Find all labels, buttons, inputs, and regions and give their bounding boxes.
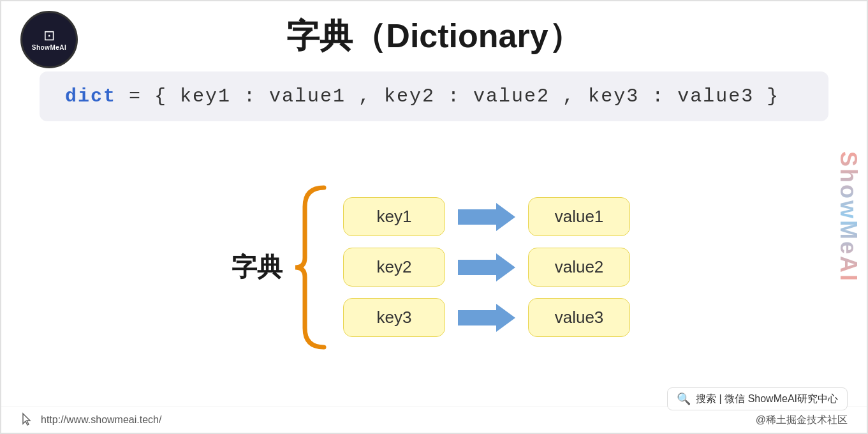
logo-area: ⊡ ShowMeAI [20,11,78,68]
bottom-bar: http://www.showmeai.tech/ @稀土掘金技术社区 [1,407,867,433]
diagram-area: 字典 key1 value1 key2 value2 [1,128,867,407]
code-block: dict = { key1 : value1 , key2 : value2 ,… [40,71,828,121]
key-box-1: key1 [343,197,445,236]
footer-credit: @稀土掘金技术社区 [756,414,848,427]
logo-text: ShowMeAI [32,44,67,51]
arrow-icon-3 [458,303,515,333]
footer-url: http://www.showmeai.tech/ [41,414,161,426]
svg-marker-2 [458,304,515,332]
kv-pairs: key1 value1 key2 value2 key3 value [343,197,630,337]
code-keyword: dict [65,86,116,107]
logo-circle: ⊡ ShowMeAI [20,11,78,68]
value-box-3: value3 [528,298,630,337]
svg-marker-0 [458,203,515,231]
arrow-icon-2 [458,252,515,283]
badge-label: 搜索 | 微信 ShowMeAI研究中心 [696,393,838,406]
dict-label: 字典 [232,250,283,285]
watermark-text: ShowMeAI [835,151,862,283]
kv-row-2: key2 value2 [343,248,630,287]
footer-url-area: http://www.showmeai.tech/ [20,412,161,428]
svg-marker-1 [458,253,515,281]
arrow-icon-1 [458,202,515,232]
value-box-2: value2 [528,248,630,287]
kv-row-3: key3 value3 [343,298,630,337]
slide: ⊡ ShowMeAI 字典（Dictionary） dict = { key1 … [0,0,868,434]
left-brace-icon [292,181,330,354]
key-box-2: key2 [343,248,445,287]
cursor-icon [20,412,36,428]
showmeai-badge: 🔍 搜索 | 微信 ShowMeAI研究中心 [667,387,848,410]
code-text: dict = { key1 : value1 , key2 : value2 ,… [65,86,779,107]
page-title: 字典（Dictionary） [286,14,581,59]
header: ⊡ ShowMeAI 字典（Dictionary） [1,1,867,65]
key-box-3: key3 [343,298,445,337]
value-box-1: value1 [528,197,630,236]
logo-icon: ⊡ [43,29,55,43]
code-body: = { key1 : value1 , key2 : value2 , key3… [116,86,779,107]
kv-row-1: key1 value1 [343,197,630,236]
search-icon: 🔍 [677,392,691,406]
